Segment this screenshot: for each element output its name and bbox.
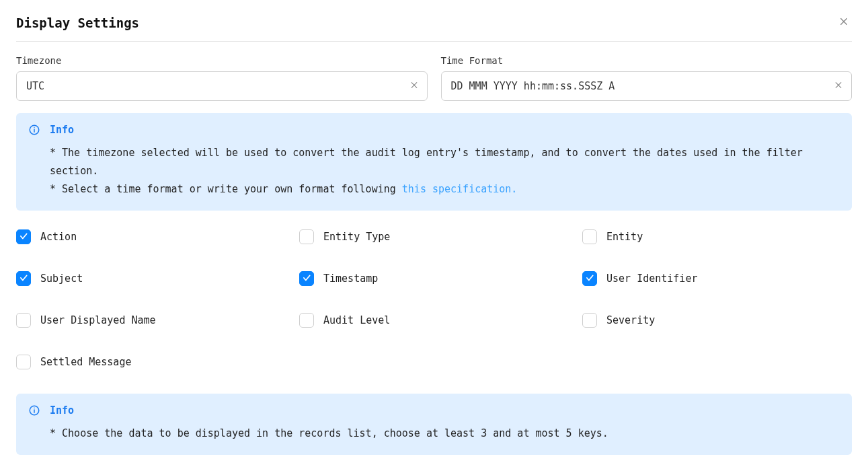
checkbox-label[interactable]: Entity Type: [323, 231, 390, 243]
checkbox[interactable]: [16, 271, 31, 286]
info-box-time: Info * The timezone selected will be use…: [16, 113, 852, 211]
checkbox-item: Action: [16, 229, 286, 244]
info-icon: [28, 124, 40, 136]
checkbox-item: Entity Type: [299, 229, 569, 244]
header: Display Settings: [16, 13, 852, 42]
timezone-clear-button[interactable]: [407, 79, 421, 94]
checkbox[interactable]: [16, 229, 31, 244]
close-icon: [834, 81, 843, 92]
checkbox-item: Entity: [582, 229, 852, 244]
timezone-field: Timezone: [16, 55, 428, 101]
timeformat-clear-button[interactable]: [832, 79, 845, 94]
checkbox-item: User Displayed Name: [16, 313, 286, 328]
timezone-input[interactable]: [16, 71, 428, 101]
close-icon: [838, 16, 849, 29]
checkbox-item: Settled Message: [16, 355, 286, 369]
columns-checkbox-grid: ActionEntity TypeEntitySubjectTimestampU…: [16, 229, 852, 369]
checkbox-label[interactable]: User Identifier: [606, 273, 697, 285]
timeformat-label: Time Format: [441, 55, 853, 66]
checkbox-item: Timestamp: [299, 271, 569, 286]
checkbox-label[interactable]: Action: [40, 231, 77, 243]
checkbox-item: Severity: [582, 313, 852, 328]
checkbox-item: Audit Level: [299, 313, 569, 328]
close-icon: [409, 81, 419, 92]
checkbox-label[interactable]: Subject: [40, 273, 83, 285]
info-text: * Select a time format or write your own…: [50, 183, 402, 195]
page-title: Display Settings: [16, 15, 139, 30]
svg-point-8: [34, 127, 35, 129]
info-box-columns: Info * Choose the data to be displayed i…: [16, 394, 852, 455]
close-button[interactable]: [836, 13, 852, 32]
info-title: Info: [50, 124, 74, 136]
checkbox[interactable]: [582, 313, 597, 328]
checkbox[interactable]: [16, 313, 31, 328]
checkbox-label[interactable]: Settled Message: [40, 356, 131, 368]
checkbox[interactable]: [582, 271, 597, 286]
svg-point-11: [34, 408, 35, 409]
info-line: * The timezone selected will be used to …: [50, 144, 840, 180]
timeformat-field: Time Format: [441, 55, 853, 101]
check-icon: [302, 273, 311, 285]
checkbox[interactable]: [299, 271, 314, 286]
checkbox-label[interactable]: User Displayed Name: [40, 314, 156, 326]
info-title: Info: [50, 404, 74, 416]
timezone-label: Timezone: [16, 55, 428, 66]
info-icon: [28, 404, 40, 416]
timeformat-input[interactable]: [441, 71, 853, 101]
checkbox[interactable]: [299, 229, 314, 244]
info-line: * Choose the data to be displayed in the…: [50, 425, 840, 443]
checkbox-item: Subject: [16, 271, 286, 286]
time-fields-row: Timezone Time Format: [16, 55, 852, 101]
checkbox-label[interactable]: Audit Level: [323, 314, 390, 326]
checkbox-label[interactable]: Severity: [606, 314, 655, 326]
checkbox[interactable]: [582, 229, 597, 244]
info-body: * Choose the data to be displayed in the…: [50, 425, 840, 443]
specification-link[interactable]: this specification.: [402, 183, 518, 195]
checkbox[interactable]: [16, 355, 31, 369]
checkbox-item: User Identifier: [582, 271, 852, 286]
check-icon: [585, 273, 594, 285]
info-body: * The timezone selected will be used to …: [50, 144, 840, 198]
checkbox[interactable]: [299, 313, 314, 328]
check-icon: [19, 231, 28, 243]
checkbox-label[interactable]: Timestamp: [323, 273, 378, 285]
info-line: * Select a time format or write your own…: [50, 180, 840, 198]
check-icon: [19, 273, 28, 285]
checkbox-label[interactable]: Entity: [606, 231, 643, 243]
